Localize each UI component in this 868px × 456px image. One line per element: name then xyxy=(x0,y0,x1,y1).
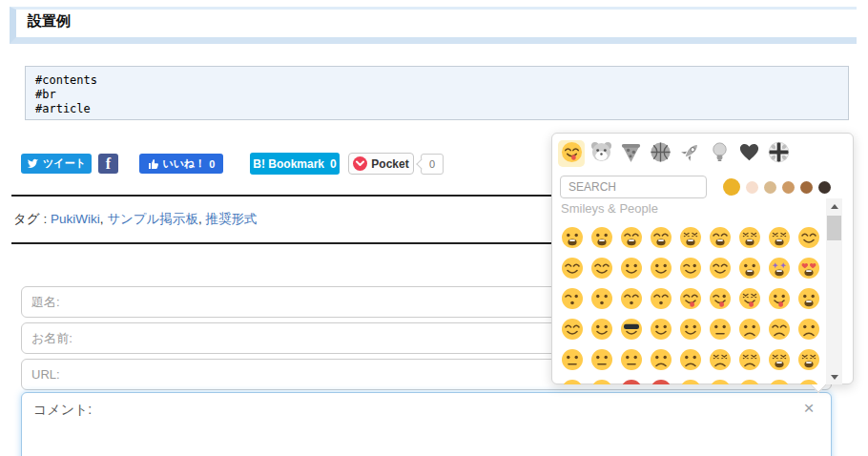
emoji-monocle[interactable] xyxy=(587,344,616,375)
like-label: いいね！ xyxy=(163,156,206,171)
emoji-neutral[interactable] xyxy=(616,344,646,375)
emoji-rage[interactable] xyxy=(616,375,646,384)
scroll-down-icon xyxy=(831,375,838,380)
tag-link-sample-board[interactable]: サンプル掲示板 xyxy=(107,212,198,226)
emoji-tab-food-drink[interactable] xyxy=(617,140,644,167)
skin-tone-1[interactable] xyxy=(723,178,740,196)
emoji-kissing-heart[interactable] xyxy=(557,283,587,314)
emoji-scrollbar[interactable] xyxy=(826,198,842,384)
pocket-button[interactable]: Pocket xyxy=(348,153,414,175)
comment-textarea[interactable] xyxy=(21,392,832,456)
emoji-smirk[interactable] xyxy=(675,314,705,344)
facebook-f-icon: f xyxy=(106,155,111,173)
skin-tone-3[interactable] xyxy=(764,181,776,194)
tweet-button[interactable]: ツイート xyxy=(21,154,92,174)
smiley-icon xyxy=(561,141,583,167)
scroll-up-button[interactable] xyxy=(826,198,842,214)
emoji-no-mouth[interactable] xyxy=(705,375,734,384)
emoji-hugging[interactable] xyxy=(557,314,587,344)
thumbs-up-icon xyxy=(148,158,159,170)
scrollbar-thumb[interactable] xyxy=(827,216,841,240)
tweet-label: ツイート xyxy=(43,156,86,171)
emoji-smiley[interactable] xyxy=(587,222,616,253)
emoji-cursing[interactable] xyxy=(587,375,616,384)
emoji-tab-animals-nature[interactable] xyxy=(588,140,614,167)
emoji-weary[interactable] xyxy=(794,344,823,375)
emoji-search-input[interactable] xyxy=(560,176,707,198)
emoji-rolling-eyes[interactable] xyxy=(734,375,764,384)
skin-tone-4[interactable] xyxy=(782,181,795,194)
facebook-button[interactable]: f xyxy=(98,154,118,174)
emoji-joy[interactable] xyxy=(734,222,764,253)
code-line: #contents xyxy=(35,73,97,87)
emoji-heart-eyes[interactable] xyxy=(794,253,823,283)
emoji-grin[interactable] xyxy=(646,222,675,253)
lightbulb-icon xyxy=(709,141,731,167)
emoji-squinting-tongue[interactable] xyxy=(734,283,764,314)
emoji-pensive[interactable] xyxy=(764,314,794,344)
emoji-frowning-open[interactable] xyxy=(794,375,823,384)
emoji-kissing[interactable] xyxy=(587,283,616,314)
hatena-count: 0 xyxy=(330,157,337,171)
skin-tone-2[interactable] xyxy=(746,181,758,194)
emoji-unamused[interactable] xyxy=(705,314,734,344)
skin-tone-5[interactable] xyxy=(800,181,813,194)
emoji-confounded[interactable] xyxy=(734,344,764,375)
emoji-tab-symbols[interactable] xyxy=(735,140,762,167)
page-title: 設置例 xyxy=(28,12,71,29)
emoji-tab-travel-places[interactable] xyxy=(676,140,703,167)
emoji-grid xyxy=(557,222,825,384)
emoji-tired[interactable] xyxy=(764,344,794,375)
emoji-angry[interactable] xyxy=(646,375,675,384)
emoji-kissing-smiling-eyes[interactable] xyxy=(616,283,646,314)
emoji-tab-objects[interactable] xyxy=(706,140,733,167)
hatena-bookmark-button[interactable]: B! Bookmark 0 xyxy=(250,153,340,175)
emoji-thinking[interactable] xyxy=(557,344,587,375)
emoji-innocent[interactable] xyxy=(587,253,616,283)
emoji-picker-toggle-close-icon[interactable]: × xyxy=(799,399,818,418)
emoji-winking-tongue[interactable] xyxy=(705,283,734,314)
tag-link-pukiwiki[interactable]: PukiWiki xyxy=(51,212,100,226)
tag-link-recommended-format[interactable]: 推奨形式 xyxy=(205,212,257,226)
emoji-sunglasses[interactable] xyxy=(616,314,646,344)
emoji-blush[interactable] xyxy=(794,222,823,253)
emoji-grinning[interactable] xyxy=(557,222,587,253)
emoji-slight-frown[interactable] xyxy=(646,344,675,375)
emoji-money-mouth[interactable] xyxy=(794,283,823,314)
emoji-relaxed[interactable] xyxy=(557,253,587,283)
emoji-zany[interactable] xyxy=(734,253,764,283)
scroll-down-button[interactable] xyxy=(826,369,842,384)
section-heading: 設置例 xyxy=(10,7,857,44)
emoji-rofl[interactable] xyxy=(764,222,794,253)
emoji-slightly-smiling[interactable] xyxy=(616,253,646,283)
emoji-expressionless[interactable] xyxy=(675,375,705,384)
emoji-relieved[interactable] xyxy=(705,253,734,283)
emoji-persevere[interactable] xyxy=(705,344,734,375)
scroll-up-icon xyxy=(831,204,838,209)
emoji-nerd[interactable] xyxy=(587,314,616,344)
emoji-wink[interactable] xyxy=(675,253,705,283)
emoji-triumph[interactable] xyxy=(557,375,587,384)
skin-tone-6[interactable] xyxy=(818,181,831,194)
facebook-like-button[interactable]: いいね！ 0 xyxy=(139,154,223,174)
pocket-label: Pocket xyxy=(371,157,408,171)
emoji-yum[interactable] xyxy=(675,283,705,314)
emoji-star-struck[interactable] xyxy=(764,253,794,283)
tags-label: タグ : xyxy=(13,212,47,226)
emoji-kissing-closed-eyes[interactable] xyxy=(646,283,675,314)
emoji-smile[interactable] xyxy=(616,222,646,253)
emoji-tab-activity[interactable] xyxy=(647,140,673,167)
emoji-upside-down[interactable] xyxy=(646,253,675,283)
emoji-disappointed[interactable] xyxy=(734,314,764,344)
emoji-cowboy[interactable] xyxy=(646,314,675,344)
emoji-worried[interactable] xyxy=(794,314,823,344)
emoji-hushed[interactable] xyxy=(764,375,794,384)
emoji-tongue-out[interactable] xyxy=(764,283,794,314)
emoji-laughing[interactable] xyxy=(675,222,705,253)
emoji-tab-smileys-people[interactable] xyxy=(558,140,585,167)
hamster-icon xyxy=(590,141,612,167)
rocket-icon xyxy=(679,141,701,167)
emoji-sweat-smile[interactable] xyxy=(705,222,734,253)
emoji-tab-flags[interactable] xyxy=(765,140,792,167)
emoji-frowning[interactable] xyxy=(675,344,705,375)
